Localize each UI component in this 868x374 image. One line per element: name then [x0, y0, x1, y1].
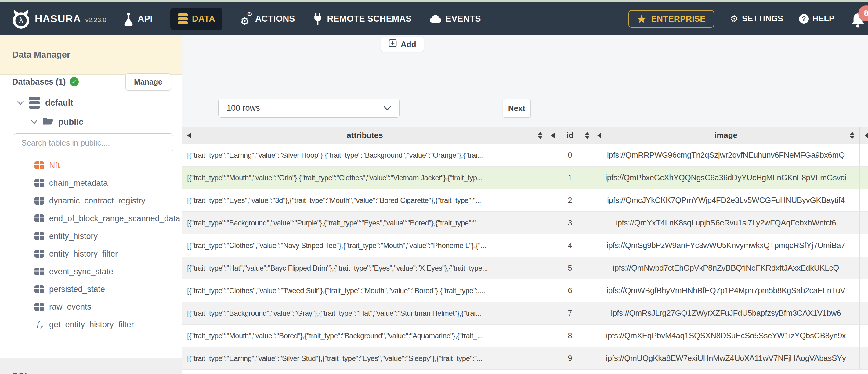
column-header-clipped[interactable] — [860, 127, 868, 144]
cell-image: ipfs://QmRsJLrg27GQ1ZWyrXZFuJFdU5bapfzsy… — [592, 302, 860, 324]
cell-attributes: [{"trait_type":"Mouth","value":"Bored"},… — [182, 324, 548, 347]
brand[interactable]: λ HASURA v2.23.0 — [11, 8, 106, 30]
table-name: entity_history — [49, 231, 98, 241]
table-icon — [34, 179, 44, 188]
browse-rows-main: Add 100 rows Next attributes — [182, 35, 868, 374]
table-name: end_of_block_range_scanned_data — [49, 214, 180, 223]
sidebar-item-entity-history-filter[interactable]: entity_history_filter — [0, 245, 182, 263]
cell-id: 2 — [548, 189, 592, 211]
cell-id: 9 — [548, 347, 592, 369]
sidebar-title: Data Manager — [12, 50, 70, 60]
table-row[interactable]: [{"trait_type":"Mouth","value":"Bored"},… — [182, 324, 868, 347]
help-button[interactable]: ? HELP — [799, 14, 834, 24]
databases-label-group: Databases (1) ✓ — [12, 77, 79, 87]
sort-icon — [538, 132, 542, 139]
table-icon — [34, 302, 44, 311]
column-label: attributes — [347, 131, 383, 140]
brand-name: HASURA — [35, 13, 81, 25]
nav-item-events[interactable]: EVENTS — [429, 14, 481, 24]
table-icon — [34, 214, 44, 223]
settings-button[interactable]: ⚙ SETTINGS — [730, 14, 783, 24]
table-icon — [34, 161, 44, 170]
sql-section-link[interactable]: SQL — [12, 371, 30, 374]
tree-node-public-schema[interactable]: public — [31, 115, 83, 129]
nav-item-label: EVENTS — [445, 14, 481, 24]
nav-item-remote-schemas[interactable]: REMOTE SCHEMAS — [313, 12, 411, 26]
nav-item-data[interactable]: DATA — [170, 8, 222, 30]
notifications-button[interactable]: 8 — [850, 10, 866, 28]
tree-node-default-db[interactable]: default — [17, 96, 73, 110]
cell-clipped — [860, 189, 868, 211]
chevron-down-icon[interactable] — [17, 101, 24, 105]
table-row[interactable]: [{"trait_type":"Background","value":"Pur… — [182, 212, 868, 234]
sidebar-item-nft[interactable]: Nft — [0, 156, 182, 174]
column-header-id[interactable]: id — [548, 127, 592, 144]
next-page-button[interactable]: Next — [503, 99, 531, 118]
sidebar-footer: SQL — [0, 357, 182, 374]
chevron-down-icon[interactable] — [31, 120, 37, 124]
data-sidebar: Data Manager Databases (1) ✓ Manage defa… — [0, 35, 182, 374]
tree-node-label: public — [58, 117, 83, 127]
sidebar-item-dynamic-contract-registry[interactable]: dynamic_contract_registry — [0, 192, 182, 210]
collapse-column-icon[interactable] — [187, 133, 191, 138]
cell-clipped — [860, 257, 868, 279]
table-name: Nft — [49, 161, 60, 170]
nav-item-actions[interactable]: ⚙⚙ ACTIONS — [240, 13, 295, 25]
cell-id: 6 — [548, 279, 592, 302]
table-row[interactable]: [{"trait_type":"Clothes","value":"Navy S… — [182, 234, 868, 257]
cell-attributes: [{"trait_type":"Background","value":"Gra… — [182, 302, 548, 324]
function-icon: ƒx — [34, 319, 44, 331]
question-icon: ? — [799, 14, 809, 24]
sidebar-item-get-entity-history-filter[interactable]: ƒx get_entity_history_filter — [0, 316, 182, 334]
table-row[interactable]: [{"trait_type":"Eyes","value":"3d"},{"tr… — [182, 189, 868, 212]
cell-id: 4 — [548, 234, 592, 256]
add-row-button[interactable]: Add — [381, 37, 424, 52]
cell-clipped — [860, 144, 868, 166]
add-label: Add — [401, 40, 416, 49]
table-icon — [34, 249, 44, 258]
cell-id: 7 — [548, 302, 592, 324]
cell-attributes: [{"trait_type":"Mouth","value":"Grin"},{… — [182, 166, 548, 189]
cell-image: ipfs://QmUQgKka8EW7exiUHnMwZ4UoXA11wV7NF… — [592, 347, 860, 369]
sidebar-item-event-sync-state[interactable]: event_sync_state — [0, 263, 182, 280]
column-header-image[interactable]: image — [592, 127, 860, 144]
sidebar-item-raw-events[interactable]: raw_events — [0, 298, 182, 316]
column-header-attributes[interactable]: attributes — [182, 127, 548, 144]
rows-per-page-select[interactable]: 100 rows — [218, 98, 400, 118]
table-row[interactable]: [{"trait_type":"Hat","value":"Bayc Flipp… — [182, 257, 868, 279]
cell-attributes: [{"trait_type":"Clothes","value":"Navy S… — [182, 234, 548, 256]
collapse-column-icon[interactable] — [551, 133, 555, 138]
sidebar-item-entity-history[interactable]: entity_history — [0, 227, 182, 245]
cell-attributes: [{"trait_type":"Earring","value":"Silver… — [182, 347, 548, 369]
table-row[interactable]: [{"trait_type":"Mouth","value":"Grin"},{… — [182, 166, 868, 189]
cloud-icon — [429, 14, 442, 24]
cell-clipped — [860, 347, 868, 369]
enterprise-button[interactable]: ★ ENTERPRISE — [628, 10, 714, 28]
table-name: chain_metadata — [49, 179, 108, 188]
table-name: get_entity_history_filter — [49, 320, 134, 330]
clipped-next-row — [182, 370, 868, 374]
primary-nav: API DATA ⚙⚙ ACTIONS REMOTE SCHEMAS — [123, 8, 481, 30]
collapse-column-icon[interactable] — [865, 133, 868, 138]
star-icon: ★ — [637, 14, 646, 24]
tree-node-label: default — [45, 98, 73, 108]
cell-id: 5 — [548, 257, 592, 279]
sidebar-item-persisted-state[interactable]: persisted_state — [0, 280, 182, 298]
svg-text:λ: λ — [19, 15, 24, 25]
table-row[interactable]: [{"trait_type":"Earring","value":"Silver… — [182, 144, 868, 166]
cell-id: 3 — [548, 212, 592, 234]
search-tables-input[interactable] — [14, 133, 173, 152]
cell-image: ipfs://QmWBgfBhyVmHNhBfEQ7p1P4Mpn7pm5b8K… — [592, 279, 860, 302]
collapse-column-icon[interactable] — [597, 133, 601, 138]
manage-button[interactable]: Manage — [125, 73, 171, 91]
sidebar-item-end-of-block-range-scanned-data[interactable]: end_of_block_range_scanned_data — [0, 210, 182, 227]
cell-clipped — [860, 279, 868, 302]
folder-open-icon — [42, 117, 54, 127]
table-row[interactable]: [{"trait_type":"Clothes","value":"Tweed … — [182, 279, 868, 302]
table-row[interactable]: [{"trait_type":"Earring","value":"Silver… — [182, 347, 868, 370]
sidebar-item-chain-metadata[interactable]: chain_metadata — [0, 174, 182, 192]
nav-item-api[interactable]: API — [123, 12, 152, 26]
table-row[interactable]: [{"trait_type":"Background","value":"Gra… — [182, 302, 868, 324]
cell-image: ipfs://QmcJYkCKK7QPmYWjp4FD2e3Lv5WCGFuHN… — [592, 189, 860, 211]
content-area: Data Manager Databases (1) ✓ Manage defa… — [0, 35, 868, 374]
